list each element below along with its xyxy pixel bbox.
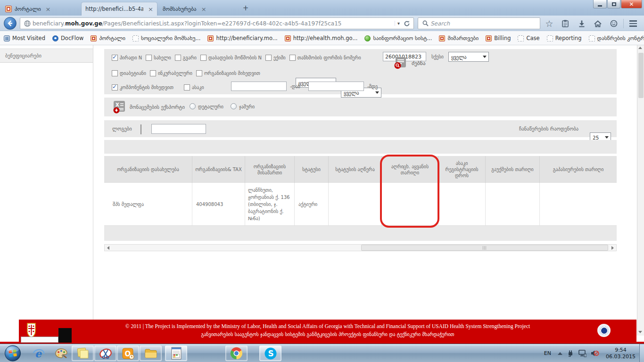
bookmark-label: საინფორმაციო სისტ... <box>373 35 432 41</box>
logs-label: ლოგები <box>112 126 132 132</box>
tab-close-icon[interactable]: × <box>201 6 206 12</box>
age-from-suffix-label: -დან <box>290 84 300 89</box>
window-restore-button[interactable] <box>607 0 620 8</box>
window-minimize-button[interactable] <box>593 0 607 8</box>
bookmark-most-visited[interactable]: Most Visited <box>4 35 45 41</box>
checkbox-personal-n[interactable] <box>112 55 118 61</box>
checkbox-by-component[interactable] <box>112 84 118 90</box>
filter-by-component: კომპონენტის მიხედვით <box>112 84 173 90</box>
filter-label: პირადი N <box>120 55 142 60</box>
taskbar-internet-explorer[interactable]: e <box>27 346 50 361</box>
tab-service[interactable]: მომსახურება × <box>159 2 232 16</box>
search-input[interactable] <box>430 20 537 27</box>
horizontal-scroll-thumb[interactable] <box>361 245 608 251</box>
taskbar-document-app[interactable] <box>165 346 187 361</box>
filter-label: კომპონენტის მიხედვით <box>120 85 173 90</box>
bookmark-referrals[interactable]: მიმართვები <box>439 35 479 41</box>
search-box[interactable] <box>418 17 540 29</box>
url-dropdown-icon[interactable]: ▾ <box>395 21 402 26</box>
menu-button[interactable] <box>627 18 639 29</box>
show-hidden-icons-arrow[interactable] <box>558 352 562 355</box>
url-bar[interactable]: beneficiary.moh.gov.ge/Pages/Beneficiari… <box>20 17 414 29</box>
vertical-scroll-thumb[interactable] <box>638 53 644 98</box>
bookmark-ehealth[interactable]: http://ehealth.moh.go... <box>285 35 358 41</box>
checkbox-doctor[interactable] <box>265 55 272 61</box>
network-icon[interactable] <box>578 350 586 357</box>
checkbox-birth-cert-n[interactable] <box>200 55 206 61</box>
bookmark-beneficiary[interactable]: http://beneficiary.mo... <box>207 35 277 41</box>
bookmark-reporting[interactable]: Reporting <box>547 35 582 41</box>
scroll-left-arrow[interactable] <box>105 245 112 251</box>
bookmark-billing[interactable]: Billing <box>486 35 511 41</box>
search-beneficiaries-button[interactable]: ძებნა <box>394 57 426 69</box>
age-to-suffix-label: -მდე <box>367 84 378 89</box>
bookmark-star-button[interactable]: ☆ <box>543 18 555 29</box>
window-close-button[interactable]: ✕ <box>621 0 642 8</box>
most-visited-icon <box>4 35 10 41</box>
windows-taskbar: e O S EN <box>0 344 644 362</box>
tab-close-icon[interactable]: × <box>46 6 51 12</box>
browser-tab-strip: პორტალი × http://benefici...b5-4a197f25c… <box>0 0 644 16</box>
bookmark-case[interactable]: Case <box>518 35 539 41</box>
bookmark-attendance[interactable]: დასწრების კონტრო... <box>589 35 644 41</box>
age-to-input[interactable] <box>308 82 364 91</box>
taskbar-chrome[interactable] <box>225 346 248 361</box>
taskbar-windows-explorer[interactable] <box>140 346 162 361</box>
bookmark-social-service[interactable]: სოციალური მომსახუ... <box>132 35 200 41</box>
volume-muted-icon[interactable] <box>590 349 599 357</box>
checkbox-first-name[interactable] <box>146 55 152 61</box>
tab-beneficiaries-active[interactable]: http://benefici...b5-4a197f25ca15 × <box>82 2 157 16</box>
browser-toolbar: beneficiary.moh.gov.ge/Pages/Beneficiari… <box>0 16 644 31</box>
records-count-value: 25 <box>593 135 599 140</box>
bookmark-portal[interactable]: პორტალი <box>91 35 125 41</box>
filter-row-1: პირადი N სახელი გვარი დაბადების მოწმობის… <box>104 53 617 63</box>
checkbox-by-organization[interactable] <box>196 70 202 76</box>
sex-select[interactable]: ყველა <box>448 52 489 62</box>
show-desktop-button[interactable] <box>639 344 644 362</box>
export-label: მონაცემების ექსპორტი <box>130 104 185 110</box>
tab-portal[interactable]: პორტალი × <box>1 2 80 16</box>
bookmark-docflow[interactable]: DocFlow <box>52 35 83 41</box>
age-from-input[interactable] <box>231 82 287 91</box>
checkbox-diabetic[interactable] <box>112 70 118 76</box>
taskbar-snipping-tool[interactable] <box>94 346 116 361</box>
taskbar-clock[interactable]: 9:54 06.03.2015 <box>606 347 636 360</box>
new-tab-button[interactable]: + <box>239 4 252 13</box>
excel-export-icon[interactable]: X <box>112 100 126 114</box>
taskbar-outlook[interactable]: O <box>117 346 139 361</box>
home-button[interactable] <box>592 18 604 29</box>
taskbar-skype[interactable]: S <box>259 346 281 361</box>
taskbar-sticky-notes[interactable] <box>72 346 94 361</box>
start-button[interactable] <box>4 345 22 362</box>
bookmarks-menu-button[interactable] <box>559 18 571 29</box>
scroll-down-arrow[interactable] <box>638 331 642 333</box>
radio-detailed-label: დეტალური <box>198 104 223 109</box>
scroll-right-arrow[interactable] <box>609 245 616 251</box>
column-header-deactivation-date: გაპასიურების თარიღი <box>540 156 617 183</box>
power-plug-icon[interactable] <box>566 349 574 357</box>
language-indicator[interactable]: EN <box>544 350 551 356</box>
logs-input[interactable] <box>151 124 206 134</box>
radio-summary[interactable] <box>231 103 237 109</box>
sidebar-item-beneficiaries[interactable]: ბენეფიციარები <box>0 49 93 63</box>
cell-org-tax: 404908043 <box>192 183 245 225</box>
tab-close-icon[interactable]: × <box>148 6 153 12</box>
taskbar-paint[interactable] <box>50 346 72 361</box>
checkbox-age[interactable] <box>184 84 190 90</box>
radio-detailed[interactable] <box>190 103 196 109</box>
checkbox-consent-form-n[interactable] <box>289 55 296 61</box>
horizontal-scrollbar[interactable] <box>104 244 617 251</box>
column-header-org-address: ორგანიზაციის მისამართი <box>245 156 295 183</box>
chat-button[interactable] <box>608 18 620 29</box>
vertical-scrollbar[interactable] <box>637 45 644 336</box>
scroll-up-arrow[interactable] <box>638 47 642 49</box>
downloads-button[interactable] <box>576 18 588 29</box>
back-button[interactable] <box>4 17 17 30</box>
checkbox-incurable[interactable] <box>150 70 156 76</box>
bookmark-info-system[interactable]: საინფორმაციო სისტ... <box>364 35 432 41</box>
checkbox-logs[interactable] <box>140 124 141 134</box>
download-arrow-icon <box>578 20 585 27</box>
checkbox-last-name[interactable] <box>175 55 181 61</box>
table-row[interactable]: შპს მედალფა 404908043 ლანჩხუთი, ჟორდანია… <box>104 183 617 226</box>
reload-button[interactable] <box>402 20 412 27</box>
